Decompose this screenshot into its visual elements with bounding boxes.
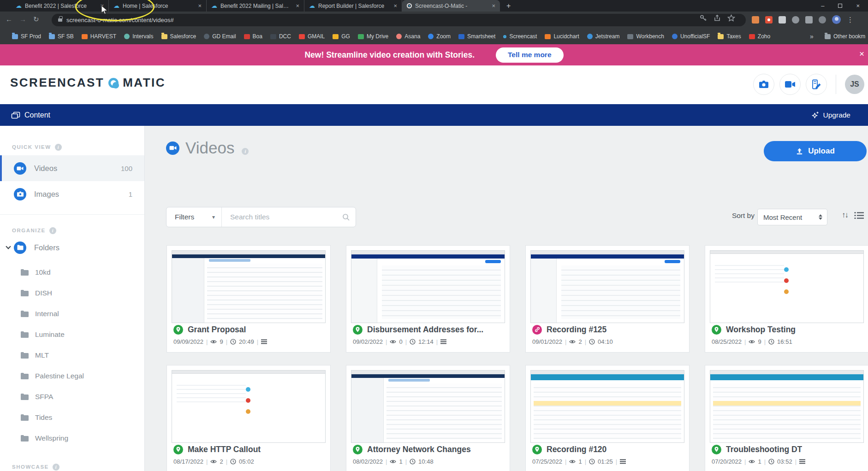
sidebar-folders-root[interactable]: Folders: [0, 237, 144, 258]
bookmark-item[interactable]: Taxes: [718, 33, 741, 40]
extension-icon[interactable]: [752, 16, 759, 24]
tell-me-more-button[interactable]: Tell me more: [496, 47, 563, 63]
video-menu-icon[interactable]: [799, 459, 805, 464]
sort-direction-toggle[interactable]: ↑↓: [842, 211, 848, 220]
video-title[interactable]: Attorney Network Changes: [367, 445, 471, 454]
search-input[interactable]: [229, 212, 342, 222]
record-video-button[interactable]: [779, 74, 801, 95]
screenshot-camera-button[interactable]: [753, 74, 774, 95]
info-icon[interactable]: i: [53, 464, 59, 471]
video-title[interactable]: Troubleshooting DT: [726, 445, 802, 454]
bookmark-item[interactable]: Boa: [244, 33, 262, 40]
search-icon[interactable]: [342, 213, 350, 221]
sidebar-folder-item[interactable]: Internal: [0, 303, 144, 324]
tab-close-icon[interactable]: ×: [392, 2, 398, 9]
bookmark-item[interactable]: Intervals: [124, 33, 153, 40]
sidebar-quick-view-item[interactable]: Videos 100: [0, 155, 144, 181]
bookmark-item[interactable]: Asana: [396, 33, 420, 40]
bookmark-item[interactable]: Jetstream: [587, 33, 620, 40]
video-card[interactable]: Recording #120 07/25/2022 | 1 | 01:25 |: [525, 365, 690, 471]
bookmark-item[interactable]: Screencast: [503, 33, 537, 40]
other-bookmarks-folder[interactable]: Other bookm: [825, 33, 865, 40]
extension-icon[interactable]: [792, 16, 799, 24]
video-title[interactable]: Grant Proposal: [188, 325, 246, 335]
video-title[interactable]: Disbursement Addresses for...: [367, 325, 483, 335]
video-card[interactable]: Recording #125 09/01/2022 | 2 | 04:10: [525, 245, 690, 353]
video-thumbnail[interactable]: [351, 370, 505, 443]
browser-tab[interactable]: Home | Salesforce ×: [109, 0, 207, 12]
video-card[interactable]: Grant Proposal 09/09/2022 | 9 | 20:49 |: [166, 245, 331, 353]
bookmark-item[interactable]: My Drive: [358, 33, 388, 40]
bookmark-item[interactable]: Salesforce: [161, 33, 196, 40]
chevron-down-icon[interactable]: [6, 244, 11, 249]
bookmark-item[interactable]: SF SB: [49, 33, 74, 40]
list-view-toggle-icon[interactable]: [854, 212, 864, 219]
video-thumbnail[interactable]: [710, 370, 864, 443]
forward-button[interactable]: →: [19, 15, 26, 23]
sidebar-folder-item[interactable]: DISH: [0, 283, 144, 303]
tab-close-icon[interactable]: ×: [99, 2, 105, 9]
video-menu-icon[interactable]: [440, 339, 446, 344]
bookmark-item[interactable]: GD Email: [204, 33, 236, 40]
video-title[interactable]: Make HTTP Callout: [188, 445, 261, 454]
browser-tab[interactable]: Screencast-O-Matic - ×: [402, 0, 500, 12]
bookmark-item[interactable]: Workbench: [627, 33, 664, 40]
bookmark-item[interactable]: DCC: [270, 33, 291, 40]
window-minimize-button[interactable]: –: [821, 2, 824, 9]
upload-button[interactable]: Upload: [764, 141, 867, 161]
browser-tab[interactable]: Benefit 2022 Mailing | Salesforce ×: [207, 0, 304, 12]
address-bar[interactable]: screencast-o-matic.com/content/videos#: [52, 14, 746, 26]
tab-close-icon[interactable]: ×: [197, 2, 202, 9]
share-icon[interactable]: [713, 14, 721, 22]
video-thumbnail[interactable]: [172, 250, 326, 323]
back-button[interactable]: ←: [6, 15, 12, 23]
bookmark-item[interactable]: GMAIL: [299, 33, 325, 40]
video-title[interactable]: Recording #125: [547, 325, 606, 335]
video-title[interactable]: Workshop Testing: [726, 325, 796, 335]
new-tab-button[interactable]: +: [506, 2, 511, 10]
sidebar-folder-item[interactable]: Palestine Legal: [0, 365, 144, 386]
video-title[interactable]: Recording #120: [547, 445, 606, 454]
bookmark-item[interactable]: Zoom: [428, 33, 451, 40]
extension-icon[interactable]: [779, 16, 786, 24]
sidebar-folder-item[interactable]: Wellspring: [0, 428, 144, 448]
browser-tab[interactable]: Benefit 2022 | Salesforce ×: [11, 0, 109, 12]
info-icon[interactable]: i: [242, 148, 249, 155]
video-thumbnail[interactable]: [710, 250, 864, 323]
extensions-grid-icon[interactable]: [805, 16, 813, 24]
browser-profile-avatar[interactable]: [832, 15, 841, 24]
info-icon[interactable]: i: [55, 144, 62, 151]
sidebar-folder-item[interactable]: 10kd: [0, 262, 144, 283]
video-card[interactable]: Attorney Network Changes 08/02/2022 | 1 …: [346, 365, 510, 471]
video-menu-icon[interactable]: [261, 339, 267, 344]
reload-button[interactable]: ↻: [33, 15, 39, 24]
bookmark-item[interactable]: Lucidchart: [545, 33, 579, 40]
sidebar-folder-item[interactable]: Luminate: [0, 324, 144, 345]
video-thumbnail[interactable]: [172, 370, 326, 443]
tab-close-icon[interactable]: ×: [491, 2, 496, 9]
extension-icon[interactable]: [765, 16, 773, 24]
bookmark-item[interactable]: SF Prod: [12, 33, 41, 40]
window-maximize-button[interactable]: [838, 4, 842, 8]
nav-content-tab[interactable]: Content: [11, 104, 50, 126]
video-card[interactable]: Troubleshooting DT 07/20/2022 | 1 | 03:5…: [705, 365, 868, 471]
bookmark-item[interactable]: HARVEST: [82, 33, 116, 40]
nav-upgrade-button[interactable]: Upgrade: [811, 104, 850, 126]
bookmark-item[interactable]: UnofficialSF: [672, 33, 710, 40]
sidebar-folder-item[interactable]: MLT: [0, 345, 144, 365]
video-card[interactable]: Make HTTP Callout 08/17/2022 | 2 | 05:02: [166, 365, 331, 471]
filters-dropdown[interactable]: Filters ▾: [166, 207, 222, 227]
screencast-o-matic-logo[interactable]: SCREENCAST MATIC: [10, 76, 166, 90]
bookmark-item[interactable]: GG: [333, 33, 350, 40]
video-card[interactable]: Workshop Testing 08/25/2022 | 9 | 16:51: [705, 245, 868, 353]
edit-video-button[interactable]: [806, 74, 827, 95]
browser-menu-icon[interactable]: ⋮: [847, 16, 854, 24]
video-thumbnail[interactable]: [530, 250, 684, 323]
bookmark-item[interactable]: Zoho: [749, 33, 770, 40]
video-card[interactable]: Disbursement Addresses for... 09/02/2022…: [346, 245, 510, 353]
bookmark-item[interactable]: Smartsheet: [458, 33, 495, 40]
info-icon[interactable]: i: [49, 227, 56, 234]
tab-close-icon[interactable]: ×: [295, 2, 300, 9]
browser-tab[interactable]: Report Builder | Salesforce ×: [304, 0, 402, 12]
video-menu-icon[interactable]: [620, 459, 626, 464]
